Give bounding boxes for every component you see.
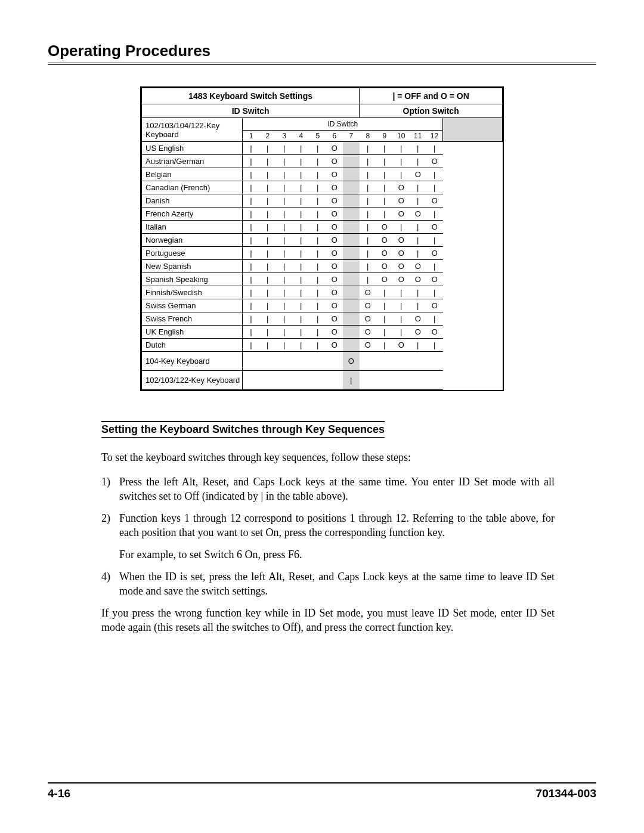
switch-cell: O (360, 326, 376, 339)
switch-cell (343, 312, 360, 326)
keyboard-type-line2: Keyboard (145, 130, 179, 139)
switch-cell: O (326, 299, 343, 312)
switch-cell: | (360, 273, 376, 286)
switch-cell: O (393, 247, 410, 260)
switch-cell: | (309, 142, 326, 155)
switch-cell: | (376, 208, 393, 221)
switch-cell: | (293, 194, 309, 208)
switch-cell: O (326, 326, 343, 339)
switch-cell: O (376, 234, 393, 247)
switch-cell: | (276, 260, 293, 273)
switch-cell (343, 260, 360, 273)
switch-cell: | (309, 234, 326, 247)
switch-cell: O (410, 273, 426, 286)
table-row-label: New Spanish (142, 260, 243, 273)
switch-cell: | (309, 168, 326, 181)
switch-cell: | (393, 155, 410, 168)
switch-cell: | (243, 326, 259, 339)
keyboard-type-line1: 102/103/104/122-Key (145, 121, 219, 130)
col-num: 1 (243, 131, 259, 142)
switch-cell: O (326, 168, 343, 181)
keyboard-switch-table: 1483 Keyboard Switch Settings | = OFF an… (140, 86, 504, 391)
switch-cell: | (309, 181, 326, 194)
switch-cell: | (309, 208, 326, 221)
switch-cell: | (243, 142, 259, 155)
switch-cell (343, 208, 360, 221)
switch-cell: | (243, 312, 259, 326)
switch-cell: | (393, 326, 410, 339)
switch-cell: | (259, 208, 276, 221)
switch-cell: | (276, 142, 293, 155)
switch-cell: | (309, 273, 326, 286)
step-4-text: When the ID is set, press the left Alt, … (119, 570, 555, 598)
switch-cell: | (243, 221, 259, 234)
switch-cell: | (360, 155, 376, 168)
switch-cell: O (410, 168, 426, 181)
switch-cell: | (276, 168, 293, 181)
switch-cell: | (243, 339, 259, 352)
switch-cell: | (376, 326, 393, 339)
switch-cell: | (293, 181, 309, 194)
switch-cell: | (410, 286, 426, 299)
switch-cell: | (393, 312, 410, 326)
switch-cell: | (259, 339, 276, 352)
switch-cell: | (309, 194, 326, 208)
switch-cell: | (376, 168, 393, 181)
table-row-label: Swiss French (142, 312, 243, 326)
table-row-label: US English (142, 142, 243, 155)
switch-cell: | (293, 273, 309, 286)
switch-cell: | (276, 286, 293, 299)
row-104-col7: O (343, 352, 360, 371)
switch-cell: | (243, 181, 259, 194)
switch-cell (343, 273, 360, 286)
switch-cell: O (426, 326, 443, 339)
switch-cell: | (426, 312, 443, 326)
switch-cell: | (410, 247, 426, 260)
switch-cell: | (376, 181, 393, 194)
row-102-col7: | (343, 371, 360, 390)
switch-cell: | (276, 155, 293, 168)
switch-cell: | (360, 181, 376, 194)
step-1-text: Press the left Alt, Reset, and Caps Lock… (119, 475, 555, 503)
switch-cell (343, 247, 360, 260)
switch-cell (343, 299, 360, 312)
col-num: 8 (360, 131, 376, 142)
switch-cell: | (410, 299, 426, 312)
switch-cell: | (293, 168, 309, 181)
table-row-label: Belgian (142, 168, 243, 181)
switch-cell: O (410, 208, 426, 221)
row-104-label: 104-Key Keyboard (142, 352, 243, 371)
table-row-label: Norwegian (142, 234, 243, 247)
switch-cell: O (360, 299, 376, 312)
switch-cell: O (326, 142, 343, 155)
switch-cell: | (243, 260, 259, 273)
switch-cell: O (410, 326, 426, 339)
switch-cell: | (309, 339, 326, 352)
switch-cell (343, 326, 360, 339)
switch-cell: | (293, 312, 309, 326)
switch-cell: | (360, 194, 376, 208)
switch-cell: | (243, 168, 259, 181)
switch-cell: O (393, 339, 410, 352)
footer-doc-num: 701344-003 (536, 787, 596, 800)
col-num: 4 (293, 131, 309, 142)
col-num: 9 (376, 131, 393, 142)
switch-cell: | (360, 234, 376, 247)
switch-cell: | (259, 142, 276, 155)
table-row-label: UK English (142, 326, 243, 339)
switch-cell: O (326, 155, 343, 168)
switch-cell: | (376, 339, 393, 352)
row-102-label: 102/103/122-Key Keyboard (142, 371, 243, 390)
switch-cell: O (326, 260, 343, 273)
switch-cell: | (360, 142, 376, 155)
switch-cell: | (259, 286, 276, 299)
switch-cell: O (426, 194, 443, 208)
switch-cell: | (410, 142, 426, 155)
switch-cell: | (309, 221, 326, 234)
switch-cell: | (376, 312, 393, 326)
switch-cell: O (426, 247, 443, 260)
switch-cell (343, 181, 360, 194)
switch-cell: O (393, 181, 410, 194)
switch-cell: | (426, 234, 443, 247)
footer-page-num: 4-16 (48, 787, 70, 800)
